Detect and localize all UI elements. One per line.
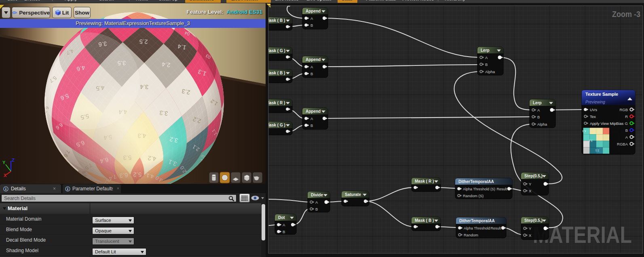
svg-text:Step(0.5,): Step(0.5,): [524, 218, 543, 223]
svg-text:Zoom -3: Zoom -3: [612, 9, 640, 19]
svg-text:B: B: [315, 207, 318, 211]
svg-text:4.3: 4.3: [582, 130, 586, 133]
svg-text:Alpha: Alpha: [537, 122, 547, 126]
svg-text:RGBA: RGBA: [617, 142, 628, 146]
svg-text:Mask ( B ): Mask ( B ): [415, 218, 434, 223]
svg-text:A: A: [625, 135, 628, 139]
svg-text:3.2: 3.2: [589, 139, 593, 142]
svg-text:Divide: Divide: [311, 193, 323, 197]
svg-text:Mask ( B ): Mask ( B ): [266, 18, 285, 23]
svg-text:Mask ( G ): Mask ( G ): [266, 48, 285, 53]
svg-text:2.1: 2.1: [595, 149, 599, 152]
svg-text:B: B: [310, 72, 313, 76]
svg-text:A: A: [310, 16, 313, 21]
svg-text:Y: Y: [529, 226, 532, 231]
svg-text:A: A: [310, 65, 313, 69]
svg-text:Append: Append: [306, 9, 321, 13]
svg-text:A: A: [315, 200, 318, 204]
svg-text:Mask ( R ): Mask ( R ): [415, 179, 434, 183]
svg-text:B: B: [485, 62, 488, 67]
svg-text:Alpha: Alpha: [485, 70, 495, 74]
svg-text:Apply View MipBias: Apply View MipBias: [590, 121, 624, 126]
svg-text:Append: Append: [306, 57, 321, 62]
svg-text:B: B: [283, 230, 285, 234]
svg-text:Step(0.5,): Step(0.5,): [524, 174, 543, 178]
svg-text:UVs: UVs: [590, 107, 597, 112]
svg-text:Alpha Threshold: Alpha Threshold: [464, 226, 490, 230]
svg-text:RGB: RGB: [619, 107, 628, 112]
svg-text:X: X: [529, 233, 532, 238]
svg-text:Append: Append: [306, 109, 321, 114]
svg-text:A: A: [283, 223, 285, 227]
svg-text:Result: Result: [496, 187, 507, 191]
svg-text:G: G: [625, 121, 628, 126]
svg-text:Lerp: Lerp: [481, 48, 490, 53]
svg-text:Saturate: Saturate: [345, 192, 361, 197]
svg-text:Random: Random: [464, 233, 478, 237]
svg-text:Random (S): Random (S): [463, 194, 484, 198]
svg-text:B: B: [537, 115, 540, 119]
svg-text:X: X: [529, 189, 532, 193]
svg-text:Tex: Tex: [590, 114, 596, 119]
svg-text:Y: Y: [529, 182, 532, 186]
svg-text:DitherTemporalAA: DitherTemporalAA: [458, 179, 494, 184]
svg-text:A: A: [537, 108, 540, 112]
svg-text:Previewing: Previewing: [585, 100, 605, 104]
svg-text:B: B: [625, 128, 628, 133]
svg-text:Mask ( R ): Mask ( R ): [266, 101, 285, 105]
svg-text:Mask ( B ): Mask ( B ): [266, 71, 285, 75]
svg-text:Result: Result: [490, 226, 501, 230]
svg-text:A: A: [310, 116, 313, 121]
svg-text:DitherTemporalAA: DitherTemporalAA: [459, 219, 495, 223]
svg-text:Alpha Threshold (S): Alpha Threshold (S): [463, 187, 495, 191]
svg-text:Lerp: Lerp: [533, 101, 542, 105]
svg-text:B: B: [310, 23, 313, 27]
svg-text:R: R: [625, 114, 628, 119]
svg-text:Dot: Dot: [278, 215, 285, 220]
svg-text:A: A: [485, 55, 488, 60]
svg-text:Texture Sample: Texture Sample: [585, 92, 618, 97]
svg-text:Mask ( G ): Mask ( G ): [266, 123, 285, 127]
svg-text:B: B: [310, 123, 313, 128]
